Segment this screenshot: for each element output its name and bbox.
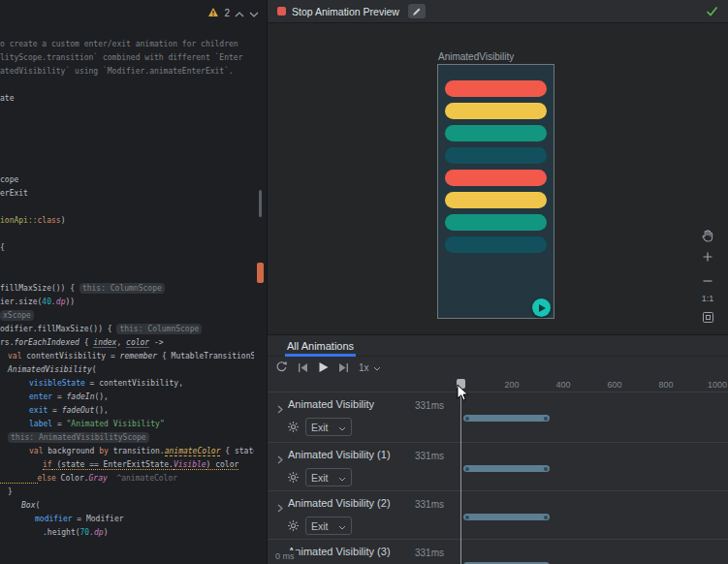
play-icon <box>539 304 546 312</box>
code-token: else <box>38 474 56 483</box>
plus-icon <box>702 249 713 266</box>
code-token: { <box>0 243 5 252</box>
code-line: if (state == EnterExitState.Visible) col… <box>0 458 254 472</box>
code-token: ) <box>61 216 66 225</box>
code-line: odifier.fillMaxSize()) { this: ColumnSco… <box>0 323 254 336</box>
timeline-playhead[interactable] <box>460 381 461 564</box>
code-token: 40 <box>42 298 51 306</box>
preview-color-bar <box>445 236 547 253</box>
code-token: this: AnimatedVisibilityScope <box>8 432 149 443</box>
code-line: label = "Animated Visibility" <box>0 418 254 431</box>
state-dropdown-value: Exit <box>311 472 329 484</box>
stop-animation-preview-button[interactable]: Stop Animation Preview <box>277 6 399 17</box>
zoom-to-fit-button[interactable] <box>699 312 716 326</box>
code-line <box>0 119 254 133</box>
timeline-row: Animated Visibility331msExit <box>268 392 728 442</box>
code-line: ate <box>0 92 254 106</box>
code-line: xScope <box>0 309 254 323</box>
code-editor[interactable]: 2 o create a custom enter/exit animation… <box>0 0 267 564</box>
animation-track-bar[interactable] <box>463 415 550 422</box>
code-line <box>0 146 254 160</box>
animation-settings-gear-icon[interactable] <box>287 420 300 437</box>
code-line: cope <box>0 173 254 187</box>
code-token: transition. <box>109 447 165 455</box>
code-line: .height(70.dp) <box>0 526 254 540</box>
code-token: xScope <box>0 310 34 321</box>
interactive-play-button[interactable] <box>532 298 551 317</box>
code-token: this: ColumnScope <box>79 283 165 294</box>
row-expand-chevron-icon[interactable] <box>277 400 283 418</box>
code-line: Box( <box>0 499 254 513</box>
code-token: -> <box>149 338 163 347</box>
ruler-label: 400 <box>555 380 570 390</box>
code-line: visibleState = contentVisibility, <box>0 377 254 391</box>
code-token: = <box>52 420 66 428</box>
code-token: ionApi:: <box>0 216 38 225</box>
code-token: animateColor <box>165 447 221 456</box>
code-token <box>108 474 117 483</box>
code-line <box>0 268 254 282</box>
warning-count: 2 <box>224 8 230 18</box>
row-expand-chevron-icon[interactable] <box>277 451 283 468</box>
code-token: Gray <box>89 474 108 483</box>
code-token: color <box>126 338 149 348</box>
animation-row-title: Animated Visibility (1) <box>288 449 391 460</box>
code-token: background <box>43 447 99 455</box>
zoom-in-button[interactable] <box>699 251 716 265</box>
inspections-widget[interactable]: 2 <box>207 4 259 21</box>
animation-track-bar[interactable] <box>463 514 550 520</box>
code-line: { <box>0 241 254 255</box>
play-button[interactable] <box>318 360 329 377</box>
preview-device-label: AnimatedVisibility <box>438 51 514 62</box>
code-token: by <box>99 447 109 455</box>
timeline-row: Animated Visibility (1)331msExit <box>268 442 728 490</box>
timeline-row: Animated Visibility (2)331msExit <box>268 490 728 539</box>
warning-stripe-marker[interactable] <box>257 263 264 283</box>
animation-settings-gear-icon[interactable] <box>287 470 300 487</box>
playback-speed-selector[interactable]: 1x <box>359 362 381 373</box>
code-line: } <box>0 486 254 499</box>
state-dropdown[interactable]: Exit <box>305 517 352 535</box>
playhead-handle[interactable] <box>457 379 465 389</box>
code-line <box>0 228 254 241</box>
state-dropdown[interactable]: Exit <box>305 418 352 436</box>
animation-row-title: Animated Visibility <box>288 398 374 410</box>
code-token: .dp <box>89 528 103 537</box>
code-token: atedVisibility` using `Modifier.animateE… <box>0 67 234 76</box>
state-dropdown[interactable]: Exit <box>305 468 352 486</box>
loop-playback-button[interactable] <box>275 360 288 377</box>
animation-track-bar[interactable] <box>463 465 550 472</box>
code-line: erExit <box>0 187 254 201</box>
ruler-label: 200 <box>504 380 519 390</box>
code-token: 70 <box>80 528 90 537</box>
animation-settings-gear-icon[interactable] <box>287 518 300 536</box>
pencil-icon <box>412 3 422 20</box>
editor-scrollbar-thumb[interactable] <box>259 190 262 217</box>
skip-to-start-button[interactable] <box>298 360 308 377</box>
prev-issue-chevron-up-icon[interactable] <box>235 4 244 21</box>
tab-all-animations[interactable]: All Animations <box>285 335 356 357</box>
timeline-ruler[interactable]: 2004006008001000 <box>268 379 728 392</box>
preview-color-bar <box>445 103 547 119</box>
row-expand-chevron-icon[interactable] <box>277 499 283 517</box>
code-line: exit = fadeOut(), <box>0 404 254 418</box>
zoom-actual-size-button[interactable]: 1:1 <box>699 292 716 305</box>
next-issue-chevron-down-icon[interactable] <box>249 4 259 21</box>
code-line: else Color.Gray ^animateColor <box>0 472 254 486</box>
code-token: Box <box>21 501 35 510</box>
timeline-rows: Animated Visibility331msExitAnimated Vis… <box>268 392 728 564</box>
edit-animation-button[interactable] <box>408 4 426 18</box>
zoom-out-button[interactable] <box>699 271 716 285</box>
skip-to-end-button[interactable] <box>338 360 349 377</box>
code-token: ( <box>35 501 40 510</box>
code-token: } <box>8 487 13 496</box>
zoom-controls: 1:1 <box>699 231 716 326</box>
code-line: ionApi::class) <box>0 214 254 228</box>
code-token: cope <box>0 175 18 184</box>
code-token: ( <box>92 365 97 374</box>
skip-start-icon <box>298 360 308 377</box>
speed-label: 1x <box>359 362 369 373</box>
code-token: this: ColumnScope <box>116 324 202 334</box>
pan-hand-button[interactable] <box>699 231 716 244</box>
code-token: (), <box>94 392 108 401</box>
